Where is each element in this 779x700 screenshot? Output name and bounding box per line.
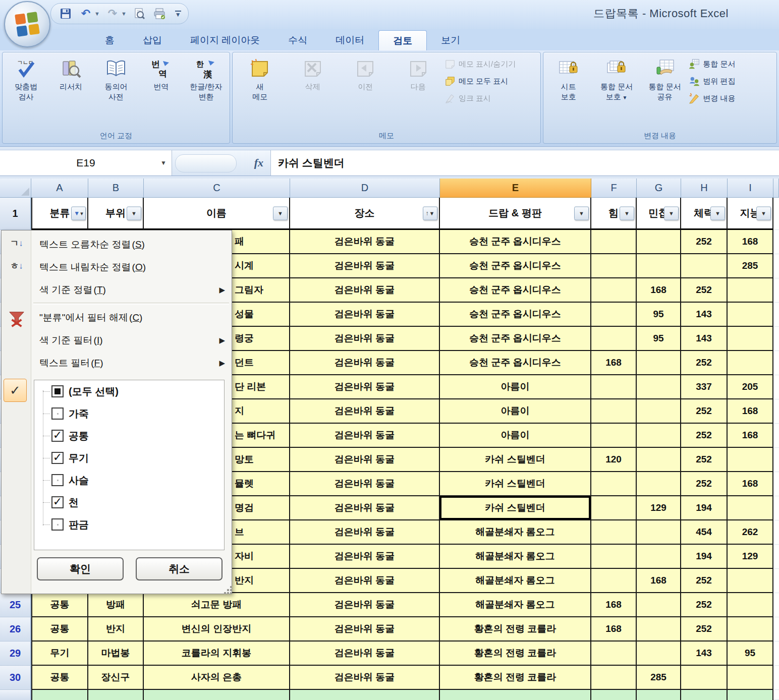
tab-home[interactable]: 홈: [91, 30, 129, 50]
filter-button-F[interactable]: ▼: [620, 206, 634, 220]
protect-share-workbook-button[interactable]: 통합 문서: [689, 59, 775, 70]
cell-H[interactable]: 252: [681, 399, 728, 424]
menu-item-sort-ascending[interactable]: 텍스트 오름차순 정렬S: [31, 233, 231, 256]
cell-D[interactable]: 검은바위 동굴: [290, 569, 440, 593]
filter-option-leather[interactable]: 가죽: [34, 402, 224, 425]
checkbox-unchecked-icon[interactable]: [51, 474, 64, 486]
name-box-dropdown-icon[interactable]: ▼: [160, 159, 166, 166]
cell-B[interactable]: [88, 690, 144, 700]
cell-G[interactable]: [637, 254, 681, 278]
print-preview-icon[interactable]: [132, 6, 147, 21]
cell-D[interactable]: 검은바위 동굴: [290, 399, 440, 424]
cell-F[interactable]: [591, 230, 637, 254]
cell-F[interactable]: [591, 690, 637, 700]
cell-D[interactable]: 검은바위 동굴: [290, 448, 440, 472]
thesaurus-button[interactable]: 동의어사전: [93, 53, 138, 128]
cell-E-row-30[interactable]: 황혼의 전령 코를라: [440, 666, 591, 690]
cell-D[interactable]: 검은바위 동굴: [290, 303, 440, 327]
cell-F[interactable]: [591, 472, 637, 496]
cell-E[interactable]: 아름이: [440, 424, 591, 448]
row-header[interactable]: [0, 690, 31, 700]
cell-F-row-29[interactable]: [591, 641, 637, 666]
menu-item-sort-descending[interactable]: 텍스트 내림차순 정렬O: [31, 256, 231, 278]
cell-B-row-29[interactable]: 마법봉: [88, 641, 144, 666]
cell-D[interactable]: 검은바위 동굴: [290, 327, 440, 351]
cell-I[interactable]: [728, 327, 773, 351]
cell-A-row-29[interactable]: 무기: [31, 641, 88, 666]
allow-edit-ranges-button[interactable]: 범위 편집: [689, 76, 775, 87]
cell-I[interactable]: [728, 690, 773, 700]
cell-C-row-25[interactable]: 쇠고문 방패: [144, 593, 290, 617]
cell-E[interactable]: 승천 군주 옵시디우스: [440, 351, 591, 375]
cell-I[interactable]: 168: [728, 424, 773, 448]
cell-H[interactable]: 454: [681, 520, 728, 545]
cell-A[interactable]: [31, 690, 88, 700]
checkbox-checked-icon[interactable]: [51, 452, 64, 464]
menu-item-sort-by-color[interactable]: 색 기준 정렬T▶: [31, 278, 231, 301]
tab-insert[interactable]: 삽입: [129, 30, 176, 50]
cell-D[interactable]: [290, 690, 440, 700]
cell-D-row-26[interactable]: 검은바위 동굴: [290, 617, 440, 641]
cell-F[interactable]: [591, 375, 637, 399]
tab-review[interactable]: 검토: [378, 30, 427, 50]
cell-G-row-29[interactable]: [637, 641, 681, 666]
cell-D[interactable]: 검은바위 동굴: [290, 472, 440, 496]
cell-H[interactable]: 252: [681, 569, 728, 593]
cell-D[interactable]: 검은바위 동굴: [290, 230, 440, 254]
cell-F[interactable]: [591, 520, 637, 545]
cell-H[interactable]: [681, 690, 728, 700]
tab-data[interactable]: 데이터: [321, 30, 378, 50]
cell-I[interactable]: [728, 303, 773, 327]
cell-G[interactable]: 168: [637, 278, 681, 303]
cell-D[interactable]: 검은바위 동굴: [290, 496, 440, 520]
cell-E[interactable]: 아름이: [440, 399, 591, 424]
select-all-corner[interactable]: [0, 179, 31, 198]
cell-F[interactable]: 168: [591, 351, 637, 375]
cell-E[interactable]: 승천 군주 옵시디우스: [440, 254, 591, 278]
checkbox-checked-icon[interactable]: [51, 430, 64, 442]
column-header-E[interactable]: E: [440, 179, 591, 198]
qat-customize-icon[interactable]: ▼: [175, 11, 181, 17]
cell-D[interactable]: 검은바위 동굴: [290, 351, 440, 375]
cell-E-row-29[interactable]: 황혼의 전령 코를라: [440, 641, 591, 666]
cell-D[interactable]: 검은바위 동굴: [290, 375, 440, 399]
cell-I[interactable]: 262: [728, 520, 773, 545]
cell-E[interactable]: 카쉬 스틸벤더: [440, 448, 591, 472]
filter-option-mail[interactable]: 사슬: [34, 469, 224, 491]
protect-workbook-button[interactable]: 통합 문서보호 ▼: [592, 53, 640, 128]
cell-F[interactable]: [591, 327, 637, 351]
filter-button-I[interactable]: ▼: [756, 206, 771, 220]
menu-item-clear-filter[interactable]: "분류"에서 필터 해제C: [31, 306, 231, 329]
ok-button[interactable]: 확인: [37, 557, 124, 580]
cell-I-row-25[interactable]: [728, 593, 773, 617]
column-header-B[interactable]: B: [88, 179, 144, 198]
cell-H[interactable]: 252: [681, 230, 728, 254]
cell-G[interactable]: [637, 399, 681, 424]
cell-D[interactable]: 검은바위 동굴: [290, 424, 440, 448]
checkbox-checked-icon[interactable]: [51, 496, 64, 508]
share-workbook-button[interactable]: 통합 문서공유: [641, 53, 689, 128]
filter-option-weapon[interactable]: 무기: [34, 447, 224, 469]
name-box[interactable]: E19 ▼: [0, 150, 172, 176]
cell-I[interactable]: [728, 569, 773, 593]
cell-E[interactable]: 승천 군주 옵시디우스: [440, 278, 591, 303]
column-header-I[interactable]: I: [728, 179, 773, 198]
cell-G[interactable]: [637, 472, 681, 496]
cell-C[interactable]: [144, 690, 290, 700]
cell-I[interactable]: 285: [728, 254, 773, 278]
cell-F-row-25[interactable]: 168: [591, 593, 637, 617]
checkbox-unchecked-icon[interactable]: [51, 407, 64, 420]
cell-I[interactable]: 168: [728, 230, 773, 254]
hangul-hanja-button[interactable]: 한漢한글/한자변환: [184, 53, 229, 128]
filter-option-select-all[interactable]: (모두 선택): [34, 380, 224, 402]
row-header[interactable]: 25: [0, 593, 31, 617]
spelling-button[interactable]: ㄱㄴㄷ맞춤법검사: [4, 53, 48, 128]
cell-G[interactable]: [637, 690, 681, 700]
tab-page-layout[interactable]: 페이지 레이아웃: [176, 30, 274, 50]
cell-D-row-30[interactable]: 검은바위 동굴: [290, 666, 440, 690]
cell-H[interactable]: 194: [681, 496, 728, 520]
cell-I[interactable]: [728, 448, 773, 472]
cell-H-row-30[interactable]: [681, 666, 728, 690]
cell-F[interactable]: [591, 303, 637, 327]
checkbox-unchecked-icon[interactable]: [51, 518, 64, 531]
